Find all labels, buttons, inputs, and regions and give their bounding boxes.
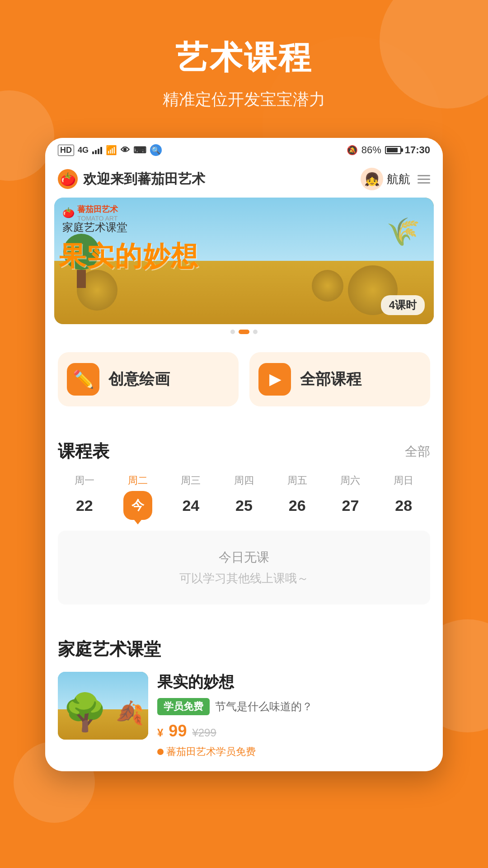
day-item-tue[interactable]: 周二 今 xyxy=(111,474,164,520)
member-text-label: 蕃茄田艺术学员免费 xyxy=(166,745,256,759)
banner-card[interactable]: 🌾 🍅 蕃茄田艺术 TOMATO ART 家庭艺术课堂 果实的妙想 4课时 xyxy=(54,198,434,324)
day-item-fri[interactable]: 周五 26 xyxy=(271,474,324,520)
day-label-sun: 周日 xyxy=(394,474,413,487)
no-class-text-1: 今日无课 xyxy=(76,549,412,566)
course-info: 果实的妙想 学员免费 节气是什么味道的？ ¥ 99 ¥299 蕃茄田艺术学员免费 xyxy=(157,672,430,759)
course-title: 果实的妙想 xyxy=(157,672,430,693)
course-thumbnail: 🌳 🍂 xyxy=(58,672,148,740)
day-num-sat: 27 xyxy=(336,491,365,520)
no-class-box: 今日无课 可以学习其他线上课哦～ xyxy=(58,531,430,604)
status-left: HD 4G 📶 👁 ⌨ 🔍 xyxy=(58,144,162,156)
day-label-mon: 周一 xyxy=(75,474,94,487)
schedule-section: 课程表 全部 周一 22 周二 今 周三 24 周四 xyxy=(45,427,443,617)
banner-dots xyxy=(54,330,434,334)
banner-dot-2[interactable] xyxy=(239,330,249,334)
schedule-more-link[interactable]: 全部 xyxy=(405,443,430,460)
wifi-icon: 📶 xyxy=(106,145,117,156)
banner-dot-1[interactable] xyxy=(230,330,235,334)
day-num-tue: 今 xyxy=(123,491,152,520)
menu-line-1 xyxy=(418,175,430,176)
schedule-title: 课程表 xyxy=(58,440,109,463)
search-icon-status: 🔍 xyxy=(150,144,162,156)
course-badge-row: 学员免费 节气是什么味道的？ xyxy=(157,698,430,715)
thumb-orange-leaves: 🍂 xyxy=(116,700,144,726)
all-courses-button[interactable]: ▶ 全部课程 xyxy=(249,352,430,406)
app-header: 🍅 欢迎来到蕃茄田艺术 👧 航航 xyxy=(45,160,443,198)
banner-logo-badge: 🍅 蕃茄田艺术 TOMATO ART xyxy=(62,204,118,222)
member-dot-icon xyxy=(157,749,164,755)
menu-line-2 xyxy=(418,179,430,180)
course-price-original: ¥299 xyxy=(192,726,216,739)
day-label-sat: 周六 xyxy=(340,474,360,487)
day-item-thu[interactable]: 周四 25 xyxy=(217,474,271,520)
day-item-sat[interactable]: 周六 27 xyxy=(324,474,377,520)
all-courses-label: 全部课程 xyxy=(300,369,361,390)
free-badge: 学员免费 xyxy=(157,698,210,715)
day-num-mon: 22 xyxy=(70,491,99,520)
course-member-text: 蕃茄田艺术学员免费 xyxy=(157,745,430,759)
day-item-wed[interactable]: 周三 24 xyxy=(164,474,217,520)
day-num-fri: 26 xyxy=(283,491,312,520)
eye-icon: 👁 xyxy=(121,145,130,156)
family-art-section: 家庭艺术课堂 🌳 🍂 果实的妙想 学员免费 节气是什么味道的？ ¥ xyxy=(45,625,443,771)
schedule-header: 课程表 全部 xyxy=(58,440,430,463)
banner-logo-text: 蕃茄田艺术 xyxy=(77,204,118,215)
battery-icon xyxy=(385,146,401,154)
all-courses-icon: ▶ xyxy=(258,363,291,396)
time-display: 17:30 xyxy=(405,144,430,156)
course-desc: 节气是什么味道的？ xyxy=(215,699,313,714)
welcome-text: 欢迎来到蕃茄田艺术 xyxy=(83,170,205,189)
day-label-tue: 周二 xyxy=(128,474,148,487)
day-label-thu: 周四 xyxy=(234,474,254,487)
today-indicator: 今 xyxy=(123,491,152,520)
family-art-header: 家庭艺术课堂 xyxy=(58,638,430,661)
course-price: 99 xyxy=(169,722,187,741)
no-class-text-2: 可以学习其他线上课哦～ xyxy=(76,571,412,586)
tomato-logo-icon: 🍅 xyxy=(58,169,78,189)
user-name: 航航 xyxy=(387,171,410,187)
network-badge: 4G xyxy=(78,146,89,155)
banner-tag: 家庭艺术课堂 xyxy=(62,220,127,235)
banner-lessons-count: 4课时 xyxy=(381,295,425,315)
quick-nav: ✏️ 创意绘画 ▶ 全部课程 xyxy=(45,343,443,419)
day-item-mon[interactable]: 周一 22 xyxy=(58,474,111,520)
course-item[interactable]: 🌳 🍂 果实的妙想 学员免费 节气是什么味道的？ ¥ 99 ¥299 蕃茄田艺术… xyxy=(58,672,430,759)
creative-drawing-icon: ✏️ xyxy=(67,363,99,396)
status-right: 🔕 86% 17:30 xyxy=(347,144,430,156)
hd-badge: HD xyxy=(58,145,74,156)
battery-percent: 86% xyxy=(361,144,381,156)
day-item-sun[interactable]: 周日 28 xyxy=(377,474,430,520)
menu-line-3 xyxy=(418,182,430,184)
banner-area[interactable]: 🌾 🍅 蕃茄田艺术 TOMATO ART 家庭艺术课堂 果实的妙想 4课时 xyxy=(45,198,443,343)
signal-icon xyxy=(92,146,102,154)
creative-drawing-label: 创意绘画 xyxy=(108,369,170,390)
day-num-thu: 25 xyxy=(230,491,258,520)
price-yuan-symbol: ¥ xyxy=(157,726,163,739)
menu-button[interactable] xyxy=(418,175,430,184)
day-num-wed: 24 xyxy=(176,491,205,520)
course-price-row: ¥ 99 ¥299 xyxy=(157,722,430,741)
app-header-right: 👧 航航 xyxy=(361,168,430,190)
status-bar: HD 4G 📶 👁 ⌨ 🔍 🔕 86% 17:30 xyxy=(45,138,443,160)
banner-main-title: 果实的妙想 xyxy=(59,238,407,275)
app-logo-area: 🍅 欢迎来到蕃茄田艺术 xyxy=(58,169,205,189)
family-art-title: 家庭艺术课堂 xyxy=(58,638,161,661)
avatar-area[interactable]: 👧 航航 xyxy=(361,168,410,190)
day-label-fri: 周五 xyxy=(287,474,307,487)
phone-mockup: HD 4G 📶 👁 ⌨ 🔍 🔕 86% 17:30 🍅 欢迎来到 xyxy=(45,138,443,771)
day-label-wed: 周三 xyxy=(181,474,201,487)
day-picker: 周一 22 周二 今 周三 24 周四 25 周五 xyxy=(58,474,430,520)
mute-icon: 🔕 xyxy=(347,145,358,156)
avatar: 👧 xyxy=(361,168,383,190)
creative-drawing-button[interactable]: ✏️ 创意绘画 xyxy=(58,352,239,406)
thumb-tree: 🌳 xyxy=(62,694,108,731)
header-section: 艺术课程 精准定位开发宝宝潜力 xyxy=(0,0,488,138)
page-title: 艺术课程 xyxy=(0,36,488,80)
banner-dot-3[interactable] xyxy=(253,330,258,334)
page-subtitle: 精准定位开发宝宝潜力 xyxy=(0,89,488,111)
screenshot-icon: ⌨ xyxy=(133,145,146,156)
day-num-sun: 28 xyxy=(389,491,418,520)
